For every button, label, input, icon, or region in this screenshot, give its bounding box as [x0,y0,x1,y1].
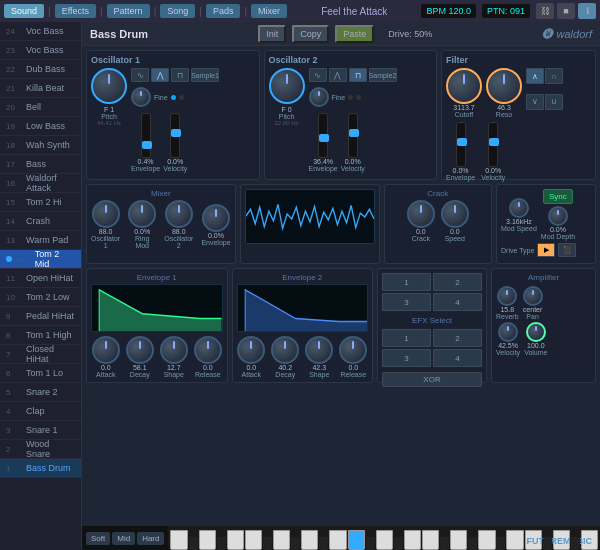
efx-btn-1b[interactable]: 1 [382,329,431,347]
mixer-env-knob[interactable] [202,204,230,232]
nav-tab-sound[interactable]: Sound [4,4,44,18]
efx-btn-4b[interactable]: 4 [433,349,482,367]
mixer-ringmod-knob[interactable] [128,200,156,228]
sidebar-item-5[interactable]: 5 Snare 2 [0,383,81,402]
copy-button[interactable]: Copy [292,25,329,43]
piano-key-black[interactable] [217,537,226,550]
osc1-vel-slider[interactable] [170,113,180,158]
mid-button[interactable]: Mid [112,532,135,545]
filter-cutoff-knob[interactable] [446,68,482,104]
mixer-osc1-knob[interactable] [92,200,120,228]
filter-wave-hp[interactable]: ∨ [526,94,544,110]
nav-tab-pattern[interactable]: Pattern [107,4,150,18]
piano-key[interactable] [329,530,346,550]
sidebar-item-1[interactable]: 1 Bass Drum [0,459,81,478]
sidebar-item-16[interactable]: 16 Waldorf Attack [0,174,81,193]
piano-key[interactable] [376,530,393,550]
piano-key-black[interactable] [394,537,403,550]
sidebar-item-10[interactable]: 10 Tom 2 Low [0,288,81,307]
env2-shape-knob[interactable] [305,336,333,364]
piano-key-black[interactable] [571,537,580,550]
osc1-wave-sine[interactable]: ∿ [131,68,149,82]
filter-wave-lp[interactable]: ∧ [526,68,544,84]
piano-key[interactable] [227,530,244,550]
velocity-knob[interactable] [498,322,518,342]
link-icon[interactable]: ⛓ [536,3,554,19]
sidebar-item-3[interactable]: 3 Snare 1 [0,421,81,440]
filter-wave-notch[interactable]: ∪ [545,94,563,110]
efx-btn-4[interactable]: 4 [433,293,482,311]
piano-key-black[interactable] [468,537,477,550]
pan-knob[interactable] [523,286,543,306]
sidebar-item-15[interactable]: 15 Tom 2 Hi [0,193,81,212]
drive-type-btn1[interactable]: ▶ [537,243,555,257]
sidebar-item-11[interactable]: 11 Open HiHat [0,269,81,288]
env1-decay-knob[interactable] [126,336,154,364]
filter-vel-slider[interactable] [488,122,498,167]
osc2-fine-knob[interactable] [309,87,329,107]
sidebar-item-20[interactable]: 20 Bell [0,98,81,117]
sidebar-item-19[interactable]: 19 Low Bass [0,117,81,136]
sync-button[interactable]: Sync [543,189,573,204]
soft-button[interactable]: Soft [86,532,110,545]
osc2-wave-square[interactable]: ⊓ [349,68,367,82]
mixer-osc2-knob[interactable] [165,200,193,228]
sidebar-item-12[interactable]: 12 Tom 2 Mid [0,250,81,269]
filter-env-slider[interactable] [456,122,466,167]
reverb-knob[interactable] [497,286,517,306]
nav-tab-mixer[interactable]: Mixer [251,4,287,18]
paste-button[interactable]: Paste [335,25,374,43]
env1-release-knob[interactable] [194,336,222,364]
piano-key[interactable] [450,530,467,550]
piano-key[interactable] [478,530,495,550]
sidebar-item-13[interactable]: 13 Warm Pad [0,231,81,250]
xor-button[interactable]: XOR [382,372,482,387]
nav-tab-effects[interactable]: Effects [55,4,96,18]
piano-key[interactable] [404,530,421,550]
piano-key[interactable] [506,530,523,550]
piano-key-black[interactable] [366,537,375,550]
sidebar-item-17[interactable]: 17 Bass [0,155,81,174]
piano-key[interactable] [422,530,439,550]
mod-depth-knob[interactable] [548,206,568,226]
filter-reso-knob[interactable] [486,68,522,104]
osc2-wave-sample[interactable]: Sample2 [369,68,397,82]
sidebar-item-7[interactable]: 7 Closed HiHat [0,345,81,364]
osc2-env-slider[interactable] [318,113,328,158]
efx-btn-2b[interactable]: 2 [433,329,482,347]
efx-btn-3b[interactable]: 3 [382,349,431,367]
crack-knob[interactable] [407,200,435,228]
piano-key-black[interactable] [543,537,552,550]
filter-wave-bp[interactable]: ∩ [545,68,563,84]
sidebar-item-6[interactable]: 6 Tom 1 Lo [0,364,81,383]
osc1-wave-square[interactable]: ⊓ [171,68,189,82]
piano-key[interactable] [199,530,216,550]
piano-key-black[interactable] [440,537,449,550]
sidebar-item-9[interactable]: 9 Pedal HiHat [0,307,81,326]
sidebar-item-8[interactable]: 8 Tom 1 High [0,326,81,345]
piano-key[interactable] [348,530,365,550]
drive-type-btn2[interactable]: ⬛ [558,243,576,257]
hard-button[interactable]: Hard [137,532,164,545]
stop-icon[interactable]: ■ [557,3,575,19]
nav-tab-pads[interactable]: Pads [206,4,241,18]
sidebar-item-14[interactable]: 14 Crash [0,212,81,231]
sidebar-item-24[interactable]: 24 Voc Bass [0,22,81,41]
piano-key-black[interactable] [263,537,272,550]
osc2-vel-slider[interactable] [348,113,358,158]
piano-key[interactable] [301,530,318,550]
env1-attack-knob[interactable] [92,336,120,364]
efx-btn-2[interactable]: 2 [433,273,482,291]
efx-btn-1[interactable]: 1 [382,273,431,291]
piano-key-black[interactable] [291,537,300,550]
osc2-wave-saw[interactable]: ⋀ [329,68,347,82]
osc1-wave-saw[interactable]: ⋀ [151,68,169,82]
mod-speed-knob[interactable] [509,198,529,218]
info-icon[interactable]: ℹ [578,3,596,19]
osc1-fine-knob[interactable] [131,87,151,107]
piano-key-black[interactable] [319,537,328,550]
env2-decay-knob[interactable] [271,336,299,364]
nav-tab-song[interactable]: Song [160,4,195,18]
env1-shape-knob[interactable] [160,336,188,364]
sidebar-item-4[interactable]: 4 Clap [0,402,81,421]
